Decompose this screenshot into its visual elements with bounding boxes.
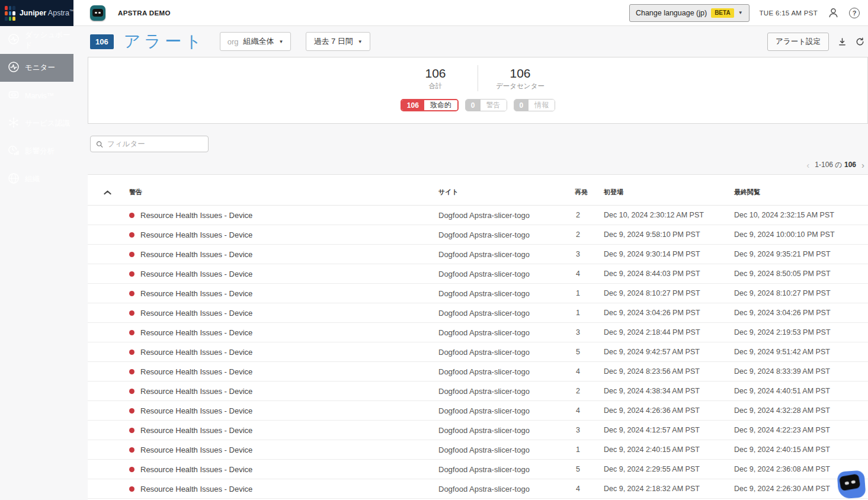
- time-range-dropdown[interactable]: 過去 7 日間 ▼: [306, 32, 370, 51]
- change-language-button[interactable]: Change language (jp) BETA ▼: [629, 4, 750, 22]
- col-header-site[interactable]: サイト: [438, 188, 575, 197]
- marvis-chat-fab[interactable]: [837, 470, 866, 499]
- table-row[interactable]: Resource Health Issues - Device Dogfood …: [88, 382, 868, 401]
- monitor-activity-icon: [8, 61, 20, 75]
- alert-first-seen: Dec 10, 2024 2:30:12 AM PST: [603, 211, 733, 219]
- table-row[interactable]: Resource Health Issues - Device Dogfood …: [88, 303, 868, 323]
- beta-badge: BETA: [711, 8, 734, 18]
- col-header-last-seen[interactable]: 最終閲覧: [733, 188, 868, 197]
- critical-status-dot: [129, 330, 134, 335]
- topbar-right: Change language (jp) BETA ▼ TUE 6:15 AM …: [629, 4, 860, 22]
- alert-settings-button[interactable]: アラート設定: [767, 33, 829, 51]
- col-header-recurrence[interactable]: 再発: [575, 188, 603, 197]
- alert-recurrence-count: 4: [575, 485, 603, 493]
- alert-title: Resource Health Issues - Device: [140, 485, 252, 493]
- collapse-chevron-up-icon[interactable]: [88, 190, 129, 195]
- refresh-button[interactable]: [856, 37, 864, 46]
- table-row[interactable]: Resource Health Issues - Device Dogfood …: [88, 421, 868, 440]
- critical-status-dot: [129, 232, 134, 238]
- sidebar-item-impact-analysis[interactable]: 影響分析: [0, 137, 73, 165]
- severity-pill-warning[interactable]: 0 警告: [465, 99, 507, 111]
- table-row[interactable]: Resource Health Issues - Device Dogfood …: [88, 323, 868, 342]
- org-name[interactable]: APSTRA DEMO: [118, 9, 171, 17]
- search-icon: [96, 140, 103, 148]
- critical-status-dot: [129, 350, 134, 355]
- table-row[interactable]: Resource Health Issues - Device Dogfood …: [88, 206, 868, 225]
- stat-total: 106 合計: [393, 66, 478, 91]
- download-icon: [838, 37, 847, 46]
- alert-first-seen: Dec 9, 2024 4:12:57 AM PST: [603, 426, 733, 434]
- alert-recurrence-count: 2: [575, 387, 603, 395]
- dashboard-activity-icon: [8, 33, 20, 47]
- clock-text: TUE 6:15 AM PST: [760, 9, 818, 17]
- alert-last-seen: Dec 10, 2024 2:32:15 AM PST: [733, 211, 868, 219]
- alert-site: Dogfood Apstra-slicer-togo: [438, 348, 575, 357]
- col-header-alert[interactable]: 警告: [129, 188, 438, 197]
- alert-first-seen: Dec 9, 2024 8:23:56 AM PST: [603, 367, 733, 376]
- main-area: APSTRA DEMO Change language (jp) BETA ▼ …: [73, 0, 868, 500]
- help-button[interactable]: ?: [849, 8, 860, 18]
- table-row[interactable]: Resource Health Issues - Device Dogfood …: [88, 225, 868, 245]
- sidebar-item-label: Marvis™: [25, 92, 54, 100]
- alert-title: Resource Health Issues - Device: [140, 328, 252, 337]
- filter-search-box[interactable]: [90, 136, 209, 152]
- alert-first-seen: Dec 9, 2024 9:30:14 PM PST: [603, 250, 733, 258]
- sidebar-item-dashboard[interactable]: ダッシュボード: [0, 26, 73, 54]
- page-header: 106 アラート org 組織全体 ▼ 過去 7 日間 ▼ アラート設定: [88, 26, 868, 57]
- alert-last-seen: Dec 9, 2024 10:00:10 PM PST: [733, 230, 868, 239]
- table-row[interactable]: Resource Health Issues - Device Dogfood …: [88, 362, 868, 382]
- page-next-arrow[interactable]: ›: [861, 161, 864, 169]
- sidebar-item-label: ダッシュボード: [25, 30, 73, 50]
- table-row[interactable]: Resource Health Issues - Device Dogfood …: [88, 264, 868, 284]
- table-row[interactable]: Resource Health Issues - Device Dogfood …: [88, 479, 868, 499]
- table-row[interactable]: Resource Health Issues - Device Dogfood …: [88, 440, 868, 460]
- table-row[interactable]: Resource Health Issues - Device Dogfood …: [88, 460, 868, 479]
- alert-last-seen: Dec 9, 2024 4:22:23 AM PST: [733, 426, 868, 434]
- topbar: APSTRA DEMO Change language (jp) BETA ▼ …: [73, 0, 868, 26]
- table-row[interactable]: Resource Health Issues - Device Dogfood …: [88, 342, 868, 362]
- critical-status-dot: [129, 271, 134, 277]
- alert-site: Dogfood Apstra-slicer-togo: [438, 485, 575, 493]
- alert-site: Dogfood Apstra-slicer-togo: [438, 270, 575, 278]
- org-marvis-avatar-icon[interactable]: [90, 5, 105, 21]
- alert-last-seen: Dec 9, 2024 4:32:28 AM PST: [733, 406, 868, 415]
- chevron-down-icon: ▼: [278, 39, 283, 44]
- table-body: Resource Health Issues - Device Dogfood …: [88, 206, 868, 499]
- user-account-button[interactable]: [828, 7, 839, 18]
- sidebar-item-organization[interactable]: 組織: [0, 165, 73, 193]
- sidebar-item-monitor[interactable]: モニター: [0, 54, 73, 82]
- critical-count: 106: [402, 100, 424, 110]
- alert-recurrence-count: 1: [575, 289, 603, 297]
- critical-status-dot: [129, 310, 134, 316]
- critical-status-dot: [129, 213, 134, 218]
- download-button[interactable]: [838, 37, 847, 46]
- alert-last-seen: Dec 9, 2024 3:04:26 PM PST: [733, 309, 868, 317]
- table-row[interactable]: Resource Health Issues - Device Dogfood …: [88, 245, 868, 264]
- alert-title: Resource Health Issues - Device: [140, 445, 252, 454]
- stat-datacenter-value: 106: [478, 66, 562, 81]
- juniper-apstra-logo: Juniper Apstra™: [0, 0, 73, 26]
- severity-pill-info[interactable]: 0 情報: [514, 99, 556, 111]
- filter-input[interactable]: [107, 140, 203, 148]
- alert-title: Resource Health Issues - Device: [140, 230, 252, 239]
- chevron-down-icon: ▼: [738, 10, 743, 15]
- severity-pill-critical[interactable]: 106 致命的: [401, 99, 459, 111]
- sidebar-item-marvis[interactable]: Marvis™: [0, 82, 73, 110]
- stat-total-label: 合計: [393, 82, 478, 91]
- critical-status-dot: [129, 389, 134, 394]
- pagination: ‹ 1-106 の 106 ›: [88, 160, 868, 170]
- alert-recurrence-count: 3: [575, 250, 603, 258]
- sidebar-item-service-levels[interactable]: サービス認識: [0, 110, 73, 137]
- col-header-first-seen[interactable]: 初登場: [603, 188, 733, 197]
- stat-datacenter: 106 データセンター: [478, 66, 562, 91]
- table-row[interactable]: Resource Health Issues - Device Dogfood …: [88, 401, 868, 421]
- table-row[interactable]: Resource Health Issues - Device Dogfood …: [88, 284, 868, 303]
- org-scope-dropdown[interactable]: org 組織全体 ▼: [220, 32, 292, 51]
- alert-first-seen: Dec 9, 2024 2:29:55 AM PST: [603, 465, 733, 473]
- page-prev-arrow[interactable]: ‹: [806, 161, 809, 169]
- critical-label: 致命的: [424, 100, 457, 110]
- alert-recurrence-count: 4: [575, 270, 603, 278]
- alert-title: Resource Health Issues - Device: [140, 348, 252, 357]
- org-prefix: org: [228, 37, 239, 46]
- alert-recurrence-count: 2: [575, 211, 603, 219]
